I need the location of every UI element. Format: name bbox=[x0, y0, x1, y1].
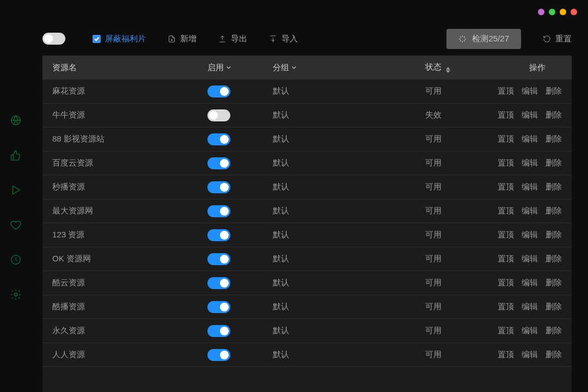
group-cell: 默认 bbox=[273, 110, 425, 120]
enable-toggle[interactable] bbox=[207, 157, 230, 169]
op-delete[interactable]: 删除 bbox=[546, 278, 562, 288]
op-delete[interactable]: 删除 bbox=[546, 86, 562, 96]
op-top[interactable]: 置顶 bbox=[498, 230, 514, 240]
enable-toggle[interactable] bbox=[207, 349, 230, 361]
enable-cell bbox=[207, 253, 273, 265]
detect-button[interactable]: 检测25/27 bbox=[446, 29, 521, 49]
table-row: 123 资源默认可用置顶编辑删除 bbox=[42, 223, 572, 247]
op-edit[interactable]: 编辑 bbox=[522, 350, 538, 360]
nav-play-icon[interactable] bbox=[10, 184, 22, 196]
enable-toggle[interactable] bbox=[207, 301, 230, 313]
enable-toggle[interactable] bbox=[207, 253, 230, 265]
table-header: 资源名 启用 分组 状态 操作 bbox=[42, 56, 572, 79]
enable-cell bbox=[207, 85, 273, 97]
op-edit[interactable]: 编辑 bbox=[522, 110, 538, 120]
add-button[interactable]: 新增 bbox=[168, 34, 197, 44]
resource-name: 牛牛资源 bbox=[52, 110, 207, 120]
table-row: 人人资源默认可用置顶编辑删除 bbox=[42, 343, 572, 367]
op-top[interactable]: 置顶 bbox=[498, 158, 514, 168]
op-delete[interactable]: 删除 bbox=[546, 302, 562, 312]
reset-button[interactable]: 重置 bbox=[543, 34, 572, 44]
enable-toggle[interactable] bbox=[207, 181, 230, 193]
enable-toggle[interactable] bbox=[207, 109, 230, 121]
op-delete[interactable]: 删除 bbox=[546, 350, 562, 360]
op-top[interactable]: 置顶 bbox=[498, 254, 514, 264]
table-row: 永久资源默认可用置顶编辑删除 bbox=[42, 319, 572, 343]
nav-heart-icon[interactable] bbox=[10, 219, 22, 231]
group-cell: 默认 bbox=[273, 230, 425, 240]
op-top[interactable]: 置顶 bbox=[498, 302, 514, 312]
op-delete[interactable]: 删除 bbox=[546, 326, 562, 336]
status-cell: 可用 bbox=[425, 278, 496, 288]
op-top[interactable]: 置顶 bbox=[498, 278, 514, 288]
enable-cell bbox=[207, 181, 273, 193]
window-dot-green[interactable] bbox=[549, 9, 555, 15]
nav-thumbs-up-icon[interactable] bbox=[10, 149, 22, 161]
reset-icon bbox=[543, 35, 551, 43]
op-delete[interactable]: 删除 bbox=[546, 158, 562, 168]
op-delete[interactable]: 删除 bbox=[546, 206, 562, 216]
ops-cell: 置顶编辑删除 bbox=[496, 350, 562, 360]
header-status[interactable]: 状态 bbox=[425, 62, 496, 73]
op-edit[interactable]: 编辑 bbox=[522, 302, 538, 312]
table-body: 麻花资源默认可用置顶编辑删除牛牛资源默认失效置顶编辑删除88 影视资源站默认可用… bbox=[42, 79, 572, 367]
op-top[interactable]: 置顶 bbox=[498, 182, 514, 192]
window-dot-red[interactable] bbox=[571, 9, 577, 15]
import-button[interactable]: 导入 bbox=[269, 34, 298, 44]
nav-aperture-icon[interactable] bbox=[10, 114, 22, 126]
op-delete[interactable]: 删除 bbox=[546, 254, 562, 264]
enable-toggle[interactable] bbox=[207, 325, 230, 337]
op-edit[interactable]: 编辑 bbox=[522, 254, 538, 264]
op-top[interactable]: 置顶 bbox=[498, 326, 514, 336]
op-top[interactable]: 置顶 bbox=[498, 134, 514, 144]
export-button[interactable]: 导出 bbox=[218, 34, 247, 44]
op-delete[interactable]: 删除 bbox=[546, 230, 562, 240]
window-dot-purple[interactable] bbox=[538, 9, 544, 15]
ops-cell: 置顶编辑删除 bbox=[496, 110, 562, 120]
op-delete[interactable]: 删除 bbox=[546, 182, 562, 192]
op-edit[interactable]: 编辑 bbox=[522, 158, 538, 168]
status-cell: 可用 bbox=[425, 302, 496, 312]
op-edit[interactable]: 编辑 bbox=[522, 134, 538, 144]
op-top[interactable]: 置顶 bbox=[498, 86, 514, 96]
header-enable[interactable]: 启用 bbox=[207, 63, 273, 73]
enable-cell bbox=[207, 205, 273, 217]
op-edit[interactable]: 编辑 bbox=[522, 86, 538, 96]
group-cell: 默认 bbox=[273, 206, 425, 216]
group-cell: 默认 bbox=[273, 182, 425, 192]
op-delete[interactable]: 删除 bbox=[546, 134, 562, 144]
ops-cell: 置顶编辑删除 bbox=[496, 158, 562, 168]
table-row: 牛牛资源默认失效置顶编辑删除 bbox=[42, 103, 572, 127]
status-cell: 可用 bbox=[425, 206, 496, 216]
op-edit[interactable]: 编辑 bbox=[522, 326, 538, 336]
enable-toggle[interactable] bbox=[207, 229, 230, 241]
shield-checkbox[interactable]: 屏蔽福利片 bbox=[93, 34, 146, 44]
master-toggle[interactable] bbox=[42, 33, 65, 45]
header-name[interactable]: 资源名 bbox=[52, 63, 207, 73]
nav-clock-icon[interactable] bbox=[10, 254, 22, 266]
window-dot-yellow[interactable] bbox=[560, 9, 566, 15]
group-cell: 默认 bbox=[273, 134, 425, 144]
status-cell: 失效 bbox=[425, 110, 496, 120]
enable-toggle[interactable] bbox=[207, 85, 230, 97]
op-edit[interactable]: 编辑 bbox=[522, 206, 538, 216]
op-edit[interactable]: 编辑 bbox=[522, 230, 538, 240]
ops-cell: 置顶编辑删除 bbox=[496, 254, 562, 264]
enable-toggle[interactable] bbox=[207, 133, 230, 145]
resource-name: 麻花资源 bbox=[52, 86, 207, 96]
op-edit[interactable]: 编辑 bbox=[522, 278, 538, 288]
table-row: 最大资源网默认可用置顶编辑删除 bbox=[42, 199, 572, 223]
op-top[interactable]: 置顶 bbox=[498, 110, 514, 120]
left-nav bbox=[0, 0, 32, 392]
op-delete[interactable]: 删除 bbox=[546, 110, 562, 120]
nav-gear-icon[interactable] bbox=[10, 289, 22, 301]
op-top[interactable]: 置顶 bbox=[498, 206, 514, 216]
enable-cell bbox=[207, 229, 273, 241]
status-cell: 可用 bbox=[425, 134, 496, 144]
enable-toggle[interactable] bbox=[207, 205, 230, 217]
op-edit[interactable]: 编辑 bbox=[522, 182, 538, 192]
op-top[interactable]: 置顶 bbox=[498, 350, 514, 360]
header-group[interactable]: 分组 bbox=[273, 63, 425, 73]
header-ops: 操作 bbox=[496, 63, 562, 73]
enable-toggle[interactable] bbox=[207, 277, 230, 289]
